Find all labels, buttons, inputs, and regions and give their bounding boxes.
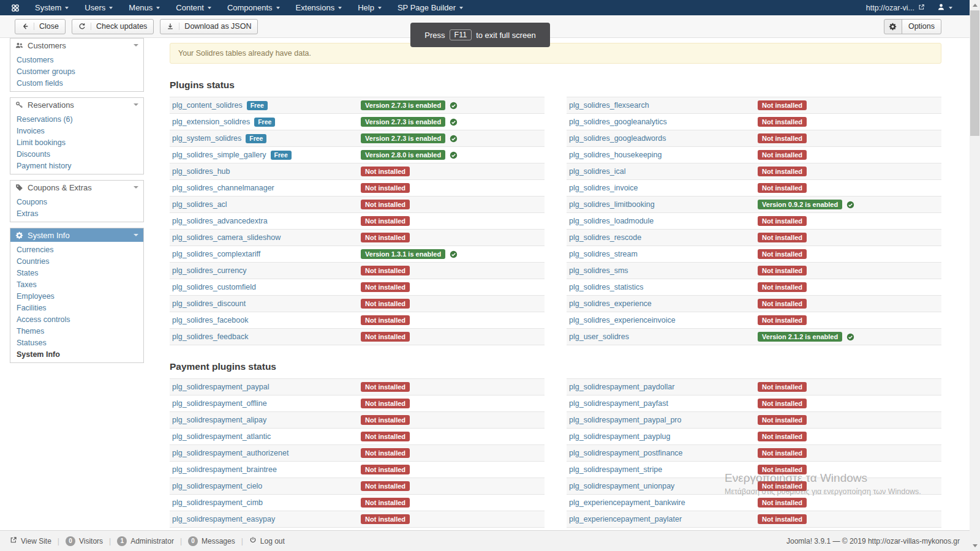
download-json-button[interactable]: Download as JSON (160, 19, 258, 34)
user-menu[interactable] (937, 2, 952, 13)
plugin-link-plg-solidres-stream[interactable]: plg_solidres_stream (569, 250, 638, 258)
plugin-link-plg-solidres-feedback[interactable]: plg_solidres_feedback (172, 332, 248, 341)
plugin-link-plg-solidrespayment-payplug[interactable]: plg_solidrespayment_payplug (569, 432, 670, 441)
sidebar-item-coupons[interactable]: Coupons (10, 196, 143, 208)
menu-components[interactable]: Components (219, 0, 288, 15)
plugin-link-plg-solidrespayment-paypal[interactable]: plg_solidrespayment_paypal (172, 383, 269, 391)
sidebar-item-reservations-6[interactable]: Reservations (6) (10, 113, 143, 125)
plugin-link-plg-solidres-googleadwords[interactable]: plg_solidres_googleadwords (569, 134, 666, 143)
joomla-logo-icon[interactable] (11, 4, 20, 12)
plugin-link-plg-solidrespayment-easypay[interactable]: plg_solidrespayment_easypay (172, 515, 275, 523)
plugin-link-plg-solidres-googleanalytics[interactable]: plg_solidres_googleanalytics (569, 118, 667, 126)
plugin-link-plg-solidrespayment-atlantic[interactable]: plg_solidrespayment_atlantic (172, 432, 271, 441)
plugin-link-plg-solidrespayment-postfinance[interactable]: plg_solidrespayment_postfinance (569, 449, 683, 457)
sidebar-item-limit-bookings[interactable]: Limit bookings (10, 137, 143, 148)
messages-link[interactable]: 0 Messages (188, 536, 235, 546)
plugin-status-cell: Not installed (361, 282, 410, 292)
plugin-link-plg-user-solidres[interactable]: plg_user_solidres (569, 332, 629, 341)
sidebar-item-facilities[interactable]: Facilities (10, 302, 143, 313)
sidebar-item-payment-history[interactable]: Payment history (10, 160, 143, 171)
sidebar-item-states[interactable]: States (10, 267, 143, 279)
plugin-link-plg-solidres-facebook[interactable]: plg_solidres_facebook (172, 316, 248, 324)
menu-sp-page-builder[interactable]: SP Page Builder (390, 0, 471, 15)
plugin-link-plg-solidres-advancedextra[interactable]: plg_solidres_advancedextra (172, 217, 268, 225)
plugin-link-plg-solidres-statistics[interactable]: plg_solidres_statistics (569, 283, 644, 291)
sidebar-item-discounts[interactable]: Discounts (10, 148, 143, 160)
plugin-link-plg-solidrespayment-offline[interactable]: plg_solidrespayment_offline (172, 399, 267, 408)
sidebar-panel-header-coupons-extras[interactable]: Coupons & Extras (10, 181, 143, 194)
plugin-link-plg-system-solidres[interactable]: plg_system_solidres (172, 134, 241, 143)
plugin-link-plg-solidres-rescode[interactable]: plg_solidres_rescode (569, 233, 641, 242)
plugin-link-plg-solidrespayment-payfast[interactable]: plg_solidrespayment_payfast (569, 399, 668, 408)
view-site-link[interactable]: View Site (10, 536, 51, 545)
plugin-link-plg-solidrespayment-cielo[interactable]: plg_solidrespayment_cielo (172, 482, 262, 490)
plugin-link-plg-solidres-channelmanager[interactable]: plg_solidres_channelmanager (172, 184, 274, 192)
sidebar-item-statuses[interactable]: Statuses (10, 337, 143, 348)
plugin-link-plg-experiencepayment-paylater[interactable]: plg_experiencepayment_paylater (569, 515, 682, 523)
plugin-link-plg-solidres-complextariff[interactable]: plg_solidres_complextariff (172, 250, 260, 258)
sidebar-item-custom-fields[interactable]: Custom fields (10, 77, 143, 89)
plugin-link-plg-content-solidres[interactable]: plg_content_solidres (172, 101, 243, 110)
plugin-link-plg-solidrespayment-alipay[interactable]: plg_solidrespayment_alipay (172, 416, 266, 424)
sidebar-panel-header-customers[interactable]: Customers (10, 39, 143, 52)
plugin-row: plg_solidres_googleadwordsNot installed (567, 130, 941, 146)
menu-users[interactable]: Users (77, 0, 121, 15)
plugin-link-plg-solidres-camera-slideshow[interactable]: plg_solidres_camera_slideshow (172, 233, 281, 242)
menu-system[interactable]: System (27, 0, 77, 15)
plugin-link-plg-solidres-experienceinvoice[interactable]: plg_solidres_experienceinvoice (569, 316, 676, 324)
check-updates-button[interactable]: Check updates (72, 19, 154, 34)
sidebar-item-extras[interactable]: Extras (10, 208, 143, 219)
sidebar-item-themes[interactable]: Themes (10, 325, 143, 337)
sidebar-item-currencies[interactable]: Currencies (10, 244, 143, 255)
plugin-link-plg-solidres-loadmodule[interactable]: plg_solidres_loadmodule (569, 217, 654, 225)
plugin-link-plg-solidres-hub[interactable]: plg_solidres_hub (172, 167, 230, 176)
menu-extensions[interactable]: Extensions (288, 0, 350, 15)
sidebar-panel-header-reservations[interactable]: Reservations (10, 98, 143, 111)
options-button[interactable]: Options (902, 19, 941, 34)
menu-help[interactable]: Help (350, 0, 390, 15)
plugin-link-plg-solidrespayment-paydollar[interactable]: plg_solidrespayment_paydollar (569, 383, 674, 391)
menu-menus[interactable]: Menus (121, 0, 168, 15)
plugin-link-plg-solidres-simple-gallery[interactable]: plg_solidres_simple_gallery (172, 151, 266, 159)
administrator-link[interactable]: 1 Administrator (117, 536, 174, 546)
scrollbar-thumb[interactable] (970, 10, 979, 136)
plugin-name-cell: plg_solidres_simple_galleryFree (172, 151, 361, 160)
plugin-link-plg-solidrespayment-stripe[interactable]: plg_solidrespayment_stripe (569, 465, 662, 474)
visitors-link[interactable]: 0 Visitors (66, 536, 103, 546)
sidebar-panel-header-system-info[interactable]: System Info (10, 228, 143, 242)
plugin-link-plg-solidres-limitbooking[interactable]: plg_solidres_limitbooking (569, 200, 655, 209)
sidebar-item-customer-groups[interactable]: Customer groups (10, 66, 143, 77)
sidebar-item-employees[interactable]: Employees (10, 290, 143, 302)
plugin-link-plg-solidrespayment-authorizenet[interactable]: plg_solidrespayment_authorizenet (172, 449, 288, 457)
plugin-link-plg-solidrespayment-braintree[interactable]: plg_solidrespayment_braintree (172, 465, 277, 474)
sidebar-item-access-controls[interactable]: Access controls (10, 313, 143, 325)
site-url-link[interactable]: http://ozar-vi... (866, 4, 925, 12)
sidebar-item-taxes[interactable]: Taxes (10, 279, 143, 290)
menu-content[interactable]: Content (168, 0, 219, 15)
plugin-link-plg-solidres-flexsearch[interactable]: plg_solidres_flexsearch (569, 101, 649, 110)
plugin-link-plg-solidres-experience[interactable]: plg_solidres_experience (569, 299, 652, 308)
plugin-link-plg-solidrespayment-unionpay[interactable]: plg_solidrespayment_unionpay (569, 482, 674, 490)
plugin-link-plg-solidres-customfield[interactable]: plg_solidres_customfield (172, 283, 256, 291)
scroll-up-arrow-icon[interactable] (970, 0, 980, 10)
sidebar-item-customers[interactable]: Customers (10, 54, 143, 66)
vertical-scrollbar[interactable] (970, 0, 980, 551)
plugin-link-plg-solidres-acl[interactable]: plg_solidres_acl (172, 200, 227, 209)
logout-link[interactable]: Log out (249, 536, 285, 545)
close-button[interactable]: Close (15, 19, 66, 34)
plugin-link-plg-solidres-discount[interactable]: plg_solidres_discount (172, 299, 246, 308)
plugin-link-plg-solidres-sms[interactable]: plg_solidres_sms (569, 266, 628, 275)
plugin-link-plg-solidres-housekeeping[interactable]: plg_solidres_housekeeping (569, 151, 662, 159)
plugin-link-plg-solidres-invoice[interactable]: plg_solidres_invoice (569, 184, 638, 192)
sidebar-item-invoices[interactable]: Invoices (10, 125, 143, 137)
gear-icon[interactable] (884, 19, 902, 34)
plugin-link-plg-solidres-currency[interactable]: plg_solidres_currency (172, 266, 247, 275)
sidebar-item-system-info[interactable]: System Info (10, 348, 143, 360)
plugin-link-plg-solidres-ical[interactable]: plg_solidres_ical (569, 167, 625, 176)
scroll-down-arrow-icon[interactable] (970, 541, 980, 551)
sidebar-item-countries[interactable]: Countries (10, 255, 143, 267)
plugin-link-plg-experiencepayment-bankwire[interactable]: plg_experiencepayment_bankwire (569, 498, 685, 507)
plugin-link-plg-solidrespayment-cimb[interactable]: plg_solidrespayment_cimb (172, 498, 263, 507)
plugin-link-plg-solidrespayment-paypal-pro[interactable]: plg_solidrespayment_paypal_pro (569, 416, 681, 424)
plugin-link-plg-extension-solidres[interactable]: plg_extension_solidres (172, 118, 250, 126)
